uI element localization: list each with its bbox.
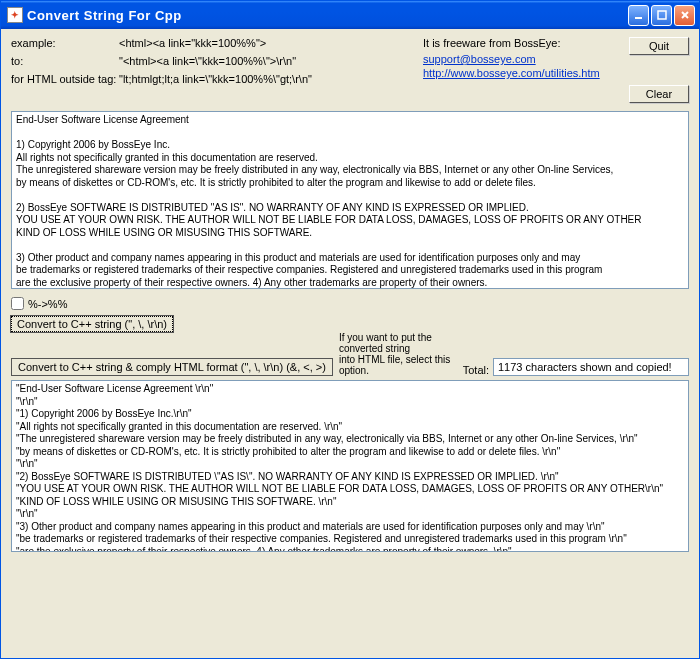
maximize-button[interactable] — [651, 5, 672, 26]
titlebar: ✦ Convert String For Cpp — [1, 1, 699, 29]
button-column: Quit Clear — [617, 37, 689, 107]
content-area: example: <html><a link="kkk=100%%"> to: … — [1, 29, 699, 658]
example-row-1: example: <html><a link="kkk=100%%"> — [11, 37, 417, 49]
window-title: Convert String For Cpp — [27, 8, 628, 23]
total-value: 1173 characters shown and copied! — [498, 361, 672, 373]
convert-row-1: Convert to C++ string (", \, \r\n) — [11, 316, 689, 332]
utilities-link[interactable]: http://www.bosseye.com/utilities.htm — [423, 67, 617, 79]
total-label: Total: — [463, 364, 489, 376]
example-value-1: <html><a link="kkk=100%%"> — [119, 37, 266, 49]
percent-checkbox-label: %->%% — [28, 298, 67, 310]
example-row-3: for HTML outside tag: "lt;htmlgt;lt;a li… — [11, 73, 417, 85]
support-link[interactable]: support@bosseye.com — [423, 53, 617, 65]
quit-button[interactable]: Quit — [629, 37, 689, 55]
right-column: It is freeware from BossEye: support@bos… — [417, 37, 617, 107]
total-output: 1173 characters shown and copied! — [493, 358, 689, 376]
convert-cpp-button[interactable]: Convert to C++ string (", \, \r\n) — [11, 316, 173, 332]
html-outside-label: for HTML outside tag: — [11, 73, 119, 85]
example-value-2: "<html><a link=\"kkk=100%%\">\r\n" — [119, 55, 296, 67]
percent-checkbox[interactable] — [11, 297, 24, 310]
svg-rect-0 — [635, 17, 642, 19]
example-label: example: — [11, 37, 119, 49]
input-textarea[interactable] — [11, 111, 689, 289]
window-buttons — [628, 5, 695, 26]
checkbox-row: %->%% — [11, 297, 689, 310]
example-value-3: "lt;htmlgt;lt;a link=\"kkk=100%%\"gt;\r\… — [119, 73, 312, 85]
app-icon: ✦ — [7, 7, 23, 23]
to-label: to: — [11, 55, 119, 67]
svg-rect-1 — [658, 11, 666, 19]
freeware-text: It is freeware from BossEye: — [423, 37, 617, 49]
examples-column: example: <html><a link="kkk=100%%"> to: … — [11, 37, 417, 107]
example-row-2: to: "<html><a link=\"kkk=100%%\">\r\n" — [11, 55, 417, 67]
hint-text: If you want to put the converted string … — [339, 332, 463, 376]
convert-html-button[interactable]: Convert to C++ string & comply HTML form… — [11, 358, 333, 376]
top-row: example: <html><a link="kkk=100%%"> to: … — [11, 37, 689, 107]
convert-row-2: Convert to C++ string & comply HTML form… — [11, 332, 689, 376]
clear-button[interactable]: Clear — [629, 85, 689, 103]
app-window: ✦ Convert String For Cpp example: <html>… — [0, 0, 700, 659]
minimize-button[interactable] — [628, 5, 649, 26]
close-button[interactable] — [674, 5, 695, 26]
output-textarea[interactable] — [11, 380, 689, 552]
